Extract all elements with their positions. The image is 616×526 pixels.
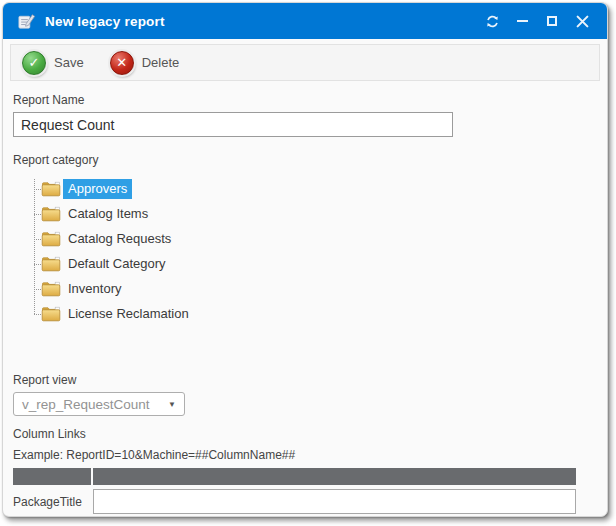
table-row: PackageTitle [13,489,576,514]
tree-item-label: License Reclamation [63,304,194,324]
close-icon[interactable] [570,9,594,33]
delete-button[interactable]: ✕ Delete [110,51,180,75]
tree-item-label: Inventory [63,279,126,299]
folder-icon [41,231,61,247]
tree-item[interactable]: Approvers [41,176,607,201]
folder-icon [41,256,61,272]
folder-icon [41,181,61,197]
minimize-icon[interactable] [510,9,534,33]
table-rows: PackageTitle Request Count [13,489,576,517]
notepad-pen-icon [17,12,36,31]
save-check-icon: ✓ [22,51,46,75]
report-view-dropdown[interactable]: v_rep_RequestCount ▼ [13,392,185,416]
column-links-example: Example: ReportID=10&Machine=##ColumnNam… [13,448,607,462]
tree-item-label: Catalog Requests [63,229,176,249]
folder-icon [41,206,61,222]
tree-item[interactable]: Inventory [41,276,607,301]
chevron-down-icon: ▼ [168,400,176,409]
window-title: New legacy report [45,14,165,29]
tree-item-label: Approvers [63,179,132,199]
refresh-icon[interactable] [480,9,504,33]
table-header [13,468,576,485]
folder-icon [41,281,61,297]
title-bar: New legacy report [3,3,607,39]
column-links-label: Column Links [13,427,607,441]
tree-item[interactable]: Catalog Items [41,201,607,226]
window-controls [480,9,594,33]
tree-item-label: Default Category [63,254,171,274]
table-header-value-column [93,468,576,485]
report-name-input[interactable] [13,112,453,137]
delete-button-label: Delete [142,55,180,70]
save-button-label: Save [54,55,84,70]
maximize-icon[interactable] [540,9,564,33]
dialog-content: Report Name Report category [3,81,607,517]
tree-item[interactable]: Default Category [41,251,607,276]
column-links-table: PackageTitle Request Count [13,468,576,517]
column-row-label: PackageTitle [13,495,93,509]
tree-item[interactable]: Catalog Requests [41,226,607,251]
report-view-label: Report view [13,373,607,387]
tree-item-label: Catalog Items [63,204,153,224]
toolbar: ✓ Save ✕ Delete [10,44,600,81]
column-row-input[interactable] [93,489,576,514]
save-button[interactable]: ✓ Save [22,51,84,75]
report-category-label: Report category [13,153,607,167]
folder-icon [41,306,61,322]
dialog-window: New legacy report ✓ Save [2,2,608,517]
report-name-label: Report Name [13,93,607,107]
table-header-label-column [13,468,91,485]
report-view-value: v_rep_RequestCount [22,397,150,412]
category-tree: Approvers Catalog Items [13,176,607,326]
tree-item[interactable]: License Reclamation [41,301,607,326]
delete-x-icon: ✕ [110,51,134,75]
